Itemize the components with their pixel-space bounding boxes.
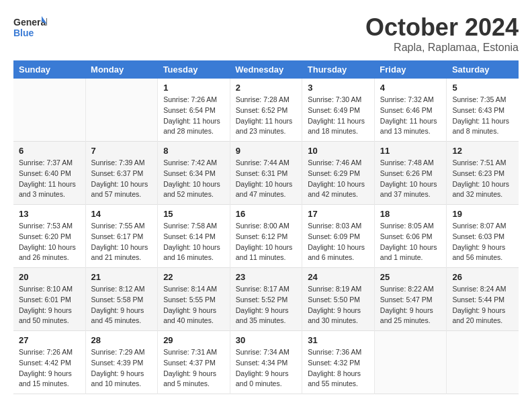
day-info: Sunrise: 7:36 AMSunset: 4:32 PMDaylight:… — [308, 347, 369, 390]
header-day: Sunday — [13, 60, 85, 79]
day-info: Sunrise: 8:17 AMSunset: 5:52 PMDaylight:… — [236, 284, 297, 326]
calendar-cell: 16Sunrise: 8:00 AMSunset: 6:12 PMDayligh… — [230, 205, 302, 268]
day-info: Sunrise: 7:29 AMSunset: 4:39 PMDaylight:… — [91, 347, 152, 390]
day-info: Sunrise: 8:07 AMSunset: 6:03 PMDaylight:… — [452, 221, 513, 263]
calendar-cell: 14Sunrise: 7:55 AMSunset: 6:17 PMDayligh… — [85, 205, 158, 268]
title-section: October 2024 Rapla, Raplamaa, Estonia — [365, 13, 519, 54]
day-info: Sunrise: 8:05 AMSunset: 6:06 PMDaylight:… — [380, 221, 441, 263]
day-number: 2 — [236, 83, 297, 93]
calendar-week-row: 13Sunrise: 7:53 AMSunset: 6:20 PMDayligh… — [13, 205, 519, 268]
day-info: Sunrise: 7:26 AMSunset: 4:42 PMDaylight:… — [19, 347, 80, 390]
day-info: Sunrise: 7:48 AMSunset: 6:26 PMDaylight:… — [380, 158, 441, 200]
day-info: Sunrise: 8:00 AMSunset: 6:12 PMDaylight:… — [236, 221, 297, 263]
day-info: Sunrise: 8:10 AMSunset: 6:01 PMDaylight:… — [19, 284, 80, 326]
header-row: SundayMondayTuesdayWednesdayThursdayFrid… — [13, 60, 519, 79]
calendar-cell: 3Sunrise: 7:30 AMSunset: 6:49 PMDaylight… — [302, 79, 375, 142]
header-day: Monday — [85, 60, 158, 79]
calendar-cell: 20Sunrise: 8:10 AMSunset: 6:01 PMDayligh… — [13, 268, 85, 331]
day-number: 24 — [308, 272, 369, 282]
calendar-cell: 29Sunrise: 7:31 AMSunset: 4:37 PMDayligh… — [158, 331, 230, 394]
day-info: Sunrise: 8:12 AMSunset: 5:58 PMDaylight:… — [91, 284, 152, 326]
day-number: 17 — [308, 209, 369, 219]
calendar-cell: 15Sunrise: 7:58 AMSunset: 6:14 PMDayligh… — [158, 205, 230, 268]
day-number: 11 — [380, 146, 441, 156]
calendar-cell: 7Sunrise: 7:39 AMSunset: 6:37 PMDaylight… — [85, 142, 158, 205]
calendar-cell: 17Sunrise: 8:03 AMSunset: 6:09 PMDayligh… — [302, 205, 375, 268]
calendar-cell: 6Sunrise: 7:37 AMSunset: 6:40 PMDaylight… — [13, 142, 85, 205]
day-number: 3 — [308, 83, 369, 93]
day-number: 25 — [380, 272, 441, 282]
day-info: Sunrise: 7:53 AMSunset: 6:20 PMDaylight:… — [19, 221, 80, 263]
day-number: 9 — [236, 146, 297, 156]
calendar-cell: 27Sunrise: 7:26 AMSunset: 4:42 PMDayligh… — [13, 331, 85, 394]
day-number: 23 — [236, 272, 297, 282]
day-info: Sunrise: 7:34 AMSunset: 4:34 PMDaylight:… — [236, 347, 297, 390]
calendar-cell — [85, 79, 158, 142]
day-number: 30 — [236, 335, 297, 345]
calendar-table: SundayMondayTuesdayWednesdayThursdayFrid… — [13, 60, 519, 394]
day-info: Sunrise: 8:19 AMSunset: 5:50 PMDaylight:… — [308, 284, 369, 326]
calendar-cell: 25Sunrise: 8:22 AMSunset: 5:47 PMDayligh… — [374, 268, 447, 331]
day-info: Sunrise: 8:24 AMSunset: 5:44 PMDaylight:… — [452, 284, 513, 326]
calendar-cell: 18Sunrise: 8:05 AMSunset: 6:06 PMDayligh… — [374, 205, 447, 268]
day-number: 26 — [452, 272, 513, 282]
day-number: 13 — [19, 209, 80, 219]
calendar-cell: 5Sunrise: 7:35 AMSunset: 6:43 PMDaylight… — [447, 79, 519, 142]
calendar-cell: 2Sunrise: 7:28 AMSunset: 6:52 PMDaylight… — [230, 79, 302, 142]
day-info: Sunrise: 7:37 AMSunset: 6:40 PMDaylight:… — [19, 158, 80, 200]
calendar-cell: 12Sunrise: 7:51 AMSunset: 6:23 PMDayligh… — [447, 142, 519, 205]
day-number: 19 — [452, 209, 513, 219]
day-number: 6 — [19, 146, 80, 156]
calendar-cell: 10Sunrise: 7:46 AMSunset: 6:29 PMDayligh… — [302, 142, 375, 205]
calendar-cell: 19Sunrise: 8:07 AMSunset: 6:03 PMDayligh… — [447, 205, 519, 268]
calendar-cell: 4Sunrise: 7:32 AMSunset: 6:46 PMDaylight… — [374, 79, 447, 142]
header-day: Saturday — [447, 60, 519, 79]
calendar-cell: 13Sunrise: 7:53 AMSunset: 6:20 PMDayligh… — [13, 205, 85, 268]
logo: General Blue — [13, 13, 47, 43]
day-number: 12 — [452, 146, 513, 156]
calendar-cell — [447, 331, 519, 394]
day-number: 10 — [308, 146, 369, 156]
day-info: Sunrise: 7:31 AMSunset: 4:37 PMDaylight:… — [163, 347, 224, 390]
header-day: Wednesday — [230, 60, 302, 79]
calendar-week-row: 27Sunrise: 7:26 AMSunset: 4:42 PMDayligh… — [13, 331, 519, 394]
day-number: 28 — [91, 335, 152, 345]
day-number: 5 — [452, 83, 513, 93]
calendar-cell: 21Sunrise: 8:12 AMSunset: 5:58 PMDayligh… — [85, 268, 158, 331]
day-number: 16 — [236, 209, 297, 219]
day-number: 22 — [163, 272, 224, 282]
day-info: Sunrise: 7:28 AMSunset: 6:52 PMDaylight:… — [236, 95, 297, 137]
calendar-cell: 26Sunrise: 8:24 AMSunset: 5:44 PMDayligh… — [447, 268, 519, 331]
svg-text:Blue: Blue — [13, 28, 34, 38]
calendar-cell — [374, 331, 447, 394]
day-number: 31 — [308, 335, 369, 345]
day-info: Sunrise: 7:30 AMSunset: 6:49 PMDaylight:… — [308, 95, 369, 137]
day-info: Sunrise: 7:46 AMSunset: 6:29 PMDaylight:… — [308, 158, 369, 200]
header-day: Thursday — [302, 60, 375, 79]
calendar-week-row: 6Sunrise: 7:37 AMSunset: 6:40 PMDaylight… — [13, 142, 519, 205]
day-info: Sunrise: 7:32 AMSunset: 6:46 PMDaylight:… — [380, 95, 441, 137]
page-subtitle: Rapla, Raplamaa, Estonia — [365, 42, 519, 54]
calendar-cell: 31Sunrise: 7:36 AMSunset: 4:32 PMDayligh… — [302, 331, 375, 394]
calendar-week-row: 1Sunrise: 7:26 AMSunset: 6:54 PMDaylight… — [13, 79, 519, 142]
day-number: 20 — [19, 272, 80, 282]
calendar-cell — [13, 79, 85, 142]
calendar-cell: 9Sunrise: 7:44 AMSunset: 6:31 PMDaylight… — [230, 142, 302, 205]
day-number: 18 — [380, 209, 441, 219]
day-number: 27 — [19, 335, 80, 345]
day-info: Sunrise: 7:51 AMSunset: 6:23 PMDaylight:… — [452, 158, 513, 200]
calendar-cell: 30Sunrise: 7:34 AMSunset: 4:34 PMDayligh… — [230, 331, 302, 394]
calendar-cell: 24Sunrise: 8:19 AMSunset: 5:50 PMDayligh… — [302, 268, 375, 331]
day-number: 7 — [91, 146, 152, 156]
day-number: 14 — [91, 209, 152, 219]
calendar-cell: 23Sunrise: 8:17 AMSunset: 5:52 PMDayligh… — [230, 268, 302, 331]
calendar-cell: 1Sunrise: 7:26 AMSunset: 6:54 PMDaylight… — [158, 79, 230, 142]
day-number: 8 — [163, 146, 224, 156]
day-info: Sunrise: 8:22 AMSunset: 5:47 PMDaylight:… — [380, 284, 441, 326]
header-day: Tuesday — [158, 60, 230, 79]
calendar-cell: 11Sunrise: 7:48 AMSunset: 6:26 PMDayligh… — [374, 142, 447, 205]
day-info: Sunrise: 7:58 AMSunset: 6:14 PMDaylight:… — [163, 221, 224, 263]
calendar-week-row: 20Sunrise: 8:10 AMSunset: 6:01 PMDayligh… — [13, 268, 519, 331]
calendar-cell: 22Sunrise: 8:14 AMSunset: 5:55 PMDayligh… — [158, 268, 230, 331]
day-info: Sunrise: 7:39 AMSunset: 6:37 PMDaylight:… — [91, 158, 152, 200]
